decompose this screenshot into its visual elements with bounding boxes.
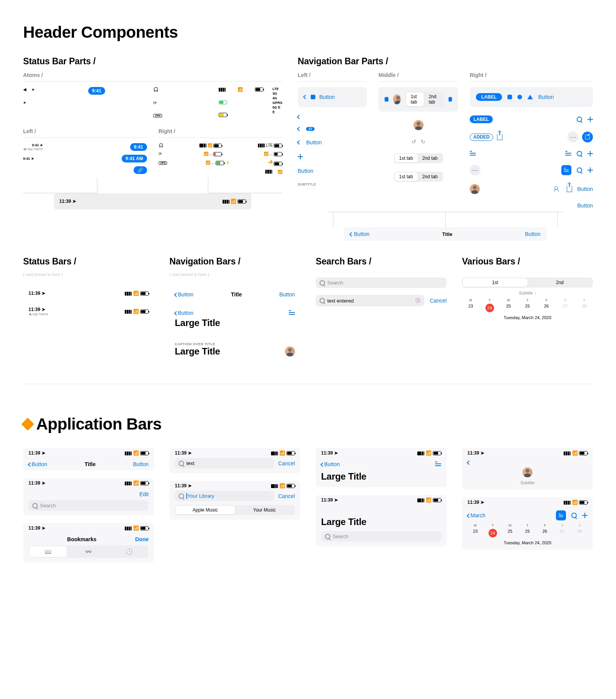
avatar[interactable] (393, 94, 401, 104)
list-button-active[interactable] (556, 510, 566, 520)
tab-glasses-icon[interactable]: 👓 (70, 546, 107, 557)
chevron-left-icon[interactable] (297, 127, 301, 131)
subtitle-link[interactable]: Subtitle (462, 480, 593, 485)
seg-1st[interactable]: 1st tab (395, 154, 418, 162)
search-icon[interactable] (577, 151, 582, 156)
day-cell-today[interactable]: 24 (485, 529, 500, 537)
day-cell[interactable]: 28 (572, 529, 588, 537)
redo-icon[interactable]: ↻ (421, 139, 425, 145)
edit-button[interactable]: Edit (139, 491, 149, 497)
day-cell[interactable]: 27 (557, 304, 574, 312)
chevron-left-icon[interactable] (467, 460, 471, 465)
day-cell[interactable]: 23 (462, 304, 479, 312)
more-button[interactable]: ⋯ (567, 132, 578, 142)
avatar[interactable] (413, 120, 424, 130)
clear-icon[interactable]: ⓧ (415, 297, 420, 304)
nav-button[interactable]: Button (538, 94, 554, 100)
nav-button[interactable]: Button (578, 202, 593, 209)
day-cell[interactable]: 26 (538, 304, 555, 312)
seg-your[interactable]: Your Music (235, 506, 294, 514)
day-cell[interactable]: 25 (502, 529, 518, 537)
day-cell[interactable]: 23 (467, 529, 483, 537)
day-cell[interactable]: 28 (576, 304, 593, 312)
seg-1st[interactable]: 1st tab (395, 172, 418, 181)
label-pill[interactable]: LABEL (470, 115, 493, 123)
search-input[interactable]: Search (321, 531, 441, 542)
nav-button[interactable]: Button (298, 168, 313, 174)
search-icon[interactable] (577, 117, 582, 122)
search-input[interactable]: Search (28, 500, 149, 511)
back-button[interactable]: Button (175, 310, 193, 316)
added-pill[interactable]: ADDED (470, 134, 493, 141)
avatar[interactable] (522, 467, 532, 477)
list-icon[interactable] (565, 151, 571, 156)
day-cell[interactable]: 25 (519, 304, 536, 312)
subtitle-link[interactable]: Subtitle (462, 291, 593, 295)
segmented-control[interactable]: 1st tab2nd tab (394, 172, 443, 182)
cancel-button[interactable]: Cancel (278, 460, 295, 467)
seg-2nd[interactable]: 2nd tab (418, 154, 442, 162)
day-cell[interactable]: 26 (537, 529, 553, 537)
back-button[interactable]: Button (306, 139, 321, 145)
back-button[interactable]: Button (350, 231, 369, 237)
search-input-active[interactable]: Your Library (175, 491, 274, 501)
back-button[interactable]: Button (319, 94, 335, 100)
month-button[interactable]: March (467, 512, 485, 518)
seg-2nd[interactable]: 2nd tab (424, 92, 443, 106)
search-input[interactable]: Search (316, 278, 447, 288)
nav-button[interactable]: Button (578, 186, 593, 192)
glyph-icon[interactable] (311, 95, 315, 99)
back-button[interactable]: Button (28, 461, 47, 467)
people-icon[interactable] (554, 186, 561, 192)
list-button-active[interactable] (561, 165, 571, 175)
label-pill[interactable]: LABEL (476, 93, 502, 101)
glyph-icon[interactable] (385, 97, 388, 102)
plus-icon[interactable] (298, 154, 303, 159)
segmented-control[interactable]: 1st tab2nd tab (405, 92, 444, 107)
glyph-triangle-icon[interactable] (527, 95, 533, 99)
day-cell[interactable]: 27 (554, 529, 570, 537)
cancel-button[interactable]: Cancel (430, 298, 447, 304)
chevron-left-icon[interactable] (297, 140, 301, 144)
day-cell[interactable]: 25 (519, 529, 535, 537)
share-icon[interactable] (567, 186, 572, 192)
undo-icon[interactable]: ↺ (412, 139, 416, 145)
bookmarks-segmented[interactable]: 📖👓🕓 (28, 545, 149, 558)
nav-button[interactable]: Button (133, 461, 149, 467)
seg-1st[interactable]: 1st (463, 278, 527, 287)
plus-icon[interactable] (588, 167, 593, 173)
avatar[interactable] (285, 346, 295, 356)
seg-2nd[interactable]: 2nd (527, 278, 592, 287)
search-input-filled[interactable]: text (175, 458, 274, 468)
segmented-control[interactable]: Apple MusicYour Music (175, 505, 295, 515)
chevron-left-icon[interactable] (303, 95, 308, 99)
seg-2nd[interactable]: 2nd tab (418, 172, 442, 181)
seg-apple[interactable]: Apple Music (176, 506, 235, 514)
plus-icon[interactable] (588, 117, 593, 122)
back-button[interactable]: Button (175, 291, 193, 298)
segmented-control[interactable]: 1st2nd (462, 278, 593, 288)
plus-icon[interactable] (582, 513, 588, 518)
chevron-left-icon[interactable] (297, 115, 301, 119)
day-cell-today[interactable]: 24 (481, 304, 498, 312)
tab-clock-icon[interactable]: 🕓 (110, 546, 148, 557)
search-icon[interactable] (577, 167, 582, 173)
done-button[interactable]: Done (135, 536, 149, 542)
segmented-control[interactable]: 1st tab2nd tab (394, 153, 443, 163)
glyph-square-icon[interactable] (507, 95, 512, 99)
tab-book-icon[interactable]: 📖 (29, 546, 67, 557)
compose-button[interactable] (582, 132, 593, 142)
avatar[interactable] (470, 184, 480, 194)
glyph-icon[interactable] (449, 97, 452, 102)
list-icon[interactable] (435, 462, 441, 467)
share-icon[interactable] (497, 134, 502, 140)
more-button[interactable]: ⋯ (470, 165, 480, 176)
plus-icon[interactable] (588, 151, 593, 156)
search-icon[interactable] (571, 513, 577, 518)
nav-button[interactable]: Button (280, 291, 295, 298)
glyph-circle-icon[interactable] (517, 95, 522, 99)
seg-1st[interactable]: 1st tab (406, 92, 424, 106)
list-icon[interactable] (289, 310, 295, 316)
nav-button[interactable]: Button (525, 231, 541, 237)
back-button[interactable]: Button (321, 461, 340, 467)
